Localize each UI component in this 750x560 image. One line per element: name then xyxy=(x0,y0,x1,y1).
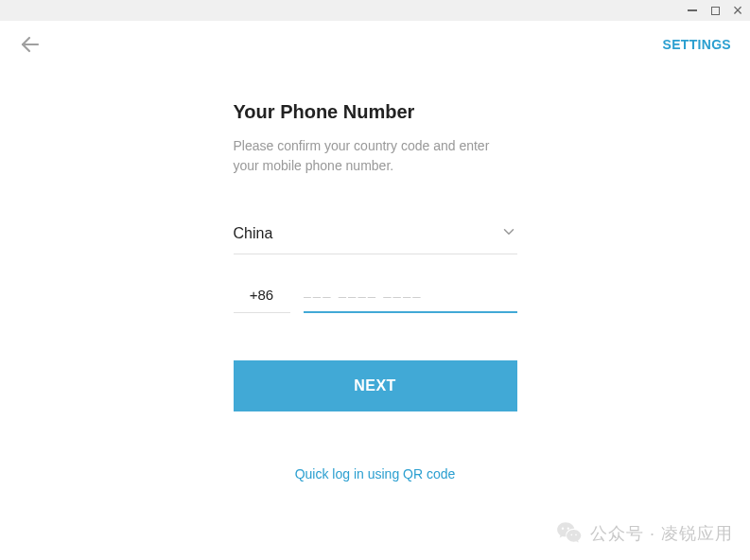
country-selected-label: China xyxy=(234,225,273,242)
phone-number-input[interactable] xyxy=(304,287,517,313)
arrow-left-icon xyxy=(19,33,42,56)
chevron-down-icon xyxy=(500,223,517,244)
wechat-icon xyxy=(556,520,583,547)
page-subtitle: Please confirm your country code and ent… xyxy=(234,136,517,176)
qr-code-login-link[interactable]: Quick log in using QR code xyxy=(234,466,517,481)
next-button[interactable]: NEXT xyxy=(234,360,517,411)
window-titlebar: × xyxy=(0,0,750,21)
back-button[interactable] xyxy=(19,33,42,56)
watermark: 公众号 · 凌锐应用 xyxy=(556,520,733,547)
minimize-icon xyxy=(688,9,697,11)
settings-link[interactable]: SETTINGS xyxy=(663,37,731,52)
window-minimize-button[interactable] xyxy=(686,4,699,17)
country-code-field[interactable]: +86 xyxy=(234,287,290,313)
maximize-icon xyxy=(711,7,720,15)
window-close-button[interactable]: × xyxy=(731,4,744,17)
phone-input-row: +86 xyxy=(234,287,517,313)
app-header: SETTINGS xyxy=(0,21,750,68)
page-title: Your Phone Number xyxy=(234,101,517,123)
window-maximize-button[interactable] xyxy=(708,4,722,17)
main-content: Your Phone Number Please confirm your co… xyxy=(234,101,517,481)
watermark-text: 公众号 · 凌锐应用 xyxy=(590,522,733,545)
close-icon: × xyxy=(733,2,743,19)
country-selector[interactable]: China xyxy=(234,223,517,254)
